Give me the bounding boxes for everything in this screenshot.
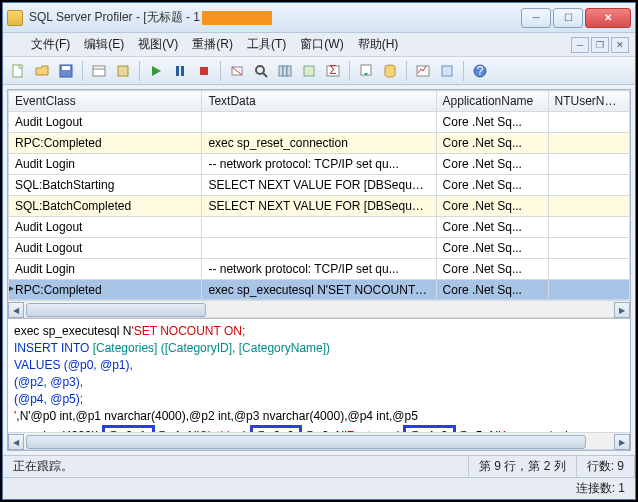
cell-nt [548, 217, 629, 238]
cell-td: exec sp_executesql N'SET NOCOUNT ON... [202, 280, 436, 301]
properties-button[interactable] [88, 60, 110, 82]
tuning-button[interactable] [436, 60, 458, 82]
mdi-minimize-button[interactable]: ─ [571, 37, 589, 53]
cell-td: SELECT NEXT VALUE FOR [DBSequenceHiLo] [202, 196, 436, 217]
cell-td [202, 238, 436, 259]
cell-app: Core .Net Sq... [436, 133, 548, 154]
cell-td: exec sp_reset_connection [202, 133, 436, 154]
table-row[interactable]: Audit Login-- network protocol: TCP/IP s… [9, 259, 630, 280]
detail-pane[interactable]: exec sp_executesql N'SET NOCOUNT ON; INS… [8, 318, 630, 432]
save-button[interactable] [55, 60, 77, 82]
help-button[interactable]: ? [469, 60, 491, 82]
table-row[interactable]: Audit LogoutCore .Net Sq... [9, 238, 630, 259]
scroll-right-button[interactable]: ▶ [614, 434, 630, 450]
trace-table: EventClass TextData ApplicationName NTUs… [8, 90, 630, 300]
maximize-button[interactable]: ☐ [553, 8, 583, 28]
cell-nt [548, 175, 629, 196]
table-row[interactable]: RPC:Completedexec sp_executesql N'SET NO… [9, 280, 630, 301]
cell-app: Core .Net Sq... [436, 112, 548, 133]
bookmark-button[interactable] [298, 60, 320, 82]
col-textdata[interactable]: TextData [202, 91, 436, 112]
open-button[interactable] [31, 60, 53, 82]
find-button[interactable] [250, 60, 272, 82]
minimize-button[interactable]: ─ [521, 8, 551, 28]
svg-rect-13 [279, 66, 283, 76]
svg-line-12 [263, 73, 267, 77]
highlight-box-2: @p2=2, [250, 425, 303, 432]
svg-rect-7 [181, 66, 184, 76]
cell-app: Core .Net Sq... [436, 217, 548, 238]
aggregate-button[interactable]: Σ [322, 60, 344, 82]
table-row[interactable]: Audit Login-- network protocol: TCP/IP s… [9, 154, 630, 175]
cell-app: Core .Net Sq... [436, 196, 548, 217]
grid-hscroll[interactable]: ◀ ▶ [8, 300, 630, 318]
titlebar[interactable]: SQL Server Profiler - [无标题 - 1 ─ ☐ ✕ [3, 3, 635, 33]
cell-nt [548, 196, 629, 217]
table-row[interactable]: RPC:Completedexec sp_reset_connectionCor… [9, 133, 630, 154]
perfmon-button[interactable] [412, 60, 434, 82]
columns-button[interactable] [274, 60, 296, 82]
cell-app: Core .Net Sq... [436, 154, 548, 175]
statusbar: 正在跟踪。 第 9 行，第 2 列 行数: 9 [3, 455, 635, 477]
table-row[interactable]: Audit LogoutCore .Net Sq... [9, 217, 630, 238]
menu-tools[interactable]: 工具(T) [241, 34, 292, 55]
database-button[interactable] [379, 60, 401, 82]
cell-nt [548, 154, 629, 175]
trace-grid[interactable]: EventClass TextData ApplicationName NTUs… [8, 90, 630, 300]
cell-nt [548, 238, 629, 259]
cell-td: -- network protocol: TCP/IP set qu... [202, 259, 436, 280]
clear-button[interactable] [226, 60, 248, 82]
close-button[interactable]: ✕ [585, 8, 631, 28]
mdi-icon [9, 38, 23, 52]
svg-text:?: ? [477, 64, 484, 78]
status-connections: 连接数: 1 [566, 478, 635, 499]
menu-view[interactable]: 视图(V) [132, 34, 184, 55]
cell-ev: RPC:Completed [9, 133, 202, 154]
col-ntuser[interactable]: NTUserName [548, 91, 629, 112]
status-tracing: 正在跟踪。 [3, 456, 469, 477]
stop-button[interactable] [193, 60, 215, 82]
cell-ev: RPC:Completed [9, 280, 202, 301]
new-trace-button[interactable] [7, 60, 29, 82]
col-eventclass[interactable]: EventClass [9, 91, 202, 112]
scroll-thumb[interactable] [26, 303, 206, 317]
detail-hscroll[interactable]: ◀ ▶ [8, 432, 630, 450]
svg-rect-6 [176, 66, 179, 76]
run-button[interactable] [145, 60, 167, 82]
menu-help[interactable]: 帮助(H) [352, 34, 405, 55]
scroll-right-button[interactable]: ▶ [614, 302, 630, 318]
svg-rect-8 [200, 67, 208, 75]
pause-button[interactable] [169, 60, 191, 82]
mdi-restore-button[interactable]: ❐ [591, 37, 609, 53]
autoscroll-button[interactable] [355, 60, 377, 82]
menu-file[interactable]: 文件(F) [25, 34, 76, 55]
highlight-box-1: @p0=1, [102, 425, 155, 432]
cell-td [202, 112, 436, 133]
menu-edit[interactable]: 编辑(E) [78, 34, 130, 55]
scroll-left-button[interactable]: ◀ [8, 302, 24, 318]
svg-text:Σ: Σ [329, 63, 336, 77]
cell-app: Core .Net Sq... [436, 280, 548, 301]
scroll-left-button[interactable]: ◀ [8, 434, 24, 450]
table-row[interactable]: SQL:BatchStartingSELECT NEXT VALUE FOR [… [9, 175, 630, 196]
highlight-box-3: @p4=3, [403, 425, 456, 432]
toolbar: Σ ? [3, 57, 635, 85]
cell-td: -- network protocol: TCP/IP set qu... [202, 154, 436, 175]
menubar: 文件(F) 编辑(E) 视图(V) 重播(R) 工具(T) 窗口(W) 帮助(H… [3, 33, 635, 57]
cell-ev: Audit Logout [9, 112, 202, 133]
table-row[interactable]: Audit LogoutCore .Net Sq... [9, 112, 630, 133]
menu-replay[interactable]: 重播(R) [186, 34, 239, 55]
cell-td: SELECT NEXT VALUE FOR [DBSequenceHiLo] [202, 175, 436, 196]
mdi-close-button[interactable]: ✕ [611, 37, 629, 53]
templates-button[interactable] [112, 60, 134, 82]
redacted-mask [202, 11, 272, 25]
col-appname[interactable]: ApplicationName [436, 91, 548, 112]
scroll-thumb[interactable] [26, 435, 586, 449]
table-row[interactable]: SQL:BatchCompletedSELECT NEXT VALUE FOR … [9, 196, 630, 217]
svg-rect-15 [287, 66, 291, 76]
menu-window[interactable]: 窗口(W) [294, 34, 349, 55]
svg-rect-3 [93, 66, 105, 76]
cell-app: Core .Net Sq... [436, 259, 548, 280]
cell-ev: Audit Logout [9, 238, 202, 259]
cell-nt [548, 112, 629, 133]
